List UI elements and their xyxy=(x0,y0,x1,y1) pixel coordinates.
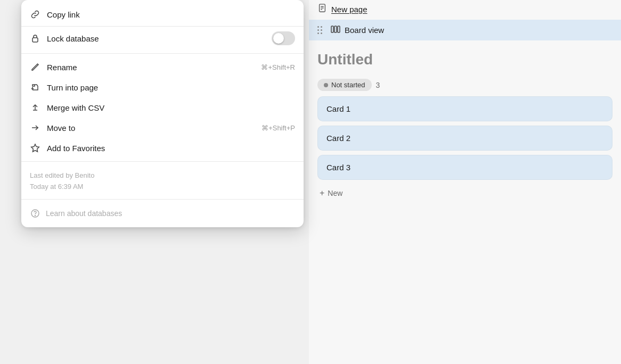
lock-database-item[interactable]: Lock database xyxy=(21,27,304,50)
link-icon xyxy=(30,9,40,20)
move-to-shortcut: ⌘+Shift+P xyxy=(262,124,295,132)
last-edited-line1: Last edited by Benito xyxy=(30,170,295,181)
turn-into-page-label: Turn into page xyxy=(47,83,295,92)
divider-2 xyxy=(21,161,304,162)
board-panel: New page Board view xyxy=(309,0,621,364)
drag-handle[interactable] xyxy=(315,24,324,36)
toggle-knob xyxy=(273,33,284,44)
board-view-row[interactable]: Board view xyxy=(309,20,621,40)
svg-rect-7 xyxy=(32,38,38,42)
copy-link-label: Copy link xyxy=(47,10,295,19)
star-icon xyxy=(30,143,40,153)
move-to-item[interactable]: Move to ⌘+Shift+P xyxy=(21,118,304,138)
status-header: Not started 3 xyxy=(317,79,612,91)
move-to-icon xyxy=(30,122,40,133)
new-page-header[interactable]: New page xyxy=(309,0,621,20)
move-to-label: Move to xyxy=(47,123,255,133)
svg-marker-11 xyxy=(31,144,39,152)
add-favorites-item[interactable]: Add to Favorites xyxy=(21,138,304,158)
card-3-label: Card 3 xyxy=(326,163,350,172)
rename-icon xyxy=(30,62,40,72)
status-group: Not started 3 Card 1 Card 2 Card 3 + New xyxy=(317,79,612,202)
lock-database-label: Lock database xyxy=(47,34,265,43)
status-count: 3 xyxy=(376,81,380,89)
svg-rect-5 xyxy=(334,26,337,32)
new-button[interactable]: + New xyxy=(317,184,612,202)
divider-1 xyxy=(21,53,304,54)
svg-rect-4 xyxy=(331,26,333,32)
rename-item[interactable]: Rename ⌘+Shift+R xyxy=(21,57,304,77)
board-view-label: Board view xyxy=(345,26,384,35)
board-view-icon xyxy=(331,24,340,36)
turn-into-page-item[interactable]: Turn into page xyxy=(21,77,304,97)
status-dot xyxy=(324,83,328,87)
add-favorites-label: Add to Favorites xyxy=(47,144,295,153)
svg-rect-6 xyxy=(338,26,340,32)
drag-dot xyxy=(317,26,319,28)
drag-dot xyxy=(321,32,322,34)
plus-icon: + xyxy=(320,188,324,198)
divider-3 xyxy=(21,199,304,200)
turn-into-icon xyxy=(30,82,40,93)
last-edited-line2: Today at 6:39 AM xyxy=(30,181,295,193)
merge-csv-label: Merge with CSV xyxy=(47,103,295,112)
new-button-label: New xyxy=(328,189,342,197)
page-icon xyxy=(317,3,327,15)
status-label: Not started xyxy=(331,81,365,89)
lock-icon xyxy=(30,33,40,44)
card-1-label: Card 1 xyxy=(326,104,350,113)
learn-databases-item[interactable]: Learn about databases xyxy=(21,203,304,223)
question-icon xyxy=(30,208,40,219)
rename-shortcut: ⌘+Shift+R xyxy=(261,63,295,71)
card-1[interactable]: Card 1 xyxy=(317,96,612,121)
board-title: Untitled xyxy=(317,49,612,70)
copy-link-item[interactable]: Copy link xyxy=(21,4,304,27)
learn-label: Learn about databases xyxy=(46,209,122,218)
drag-dot xyxy=(317,29,319,31)
drag-dot xyxy=(321,26,322,28)
merge-csv-item[interactable]: Merge with CSV xyxy=(21,97,304,118)
drag-dot xyxy=(317,32,319,34)
drag-dot xyxy=(321,29,322,31)
board-content: Untitled Not started 3 Card 1 Card 2 Car… xyxy=(309,45,621,213)
new-page-label: New page xyxy=(331,5,367,14)
svg-point-13 xyxy=(35,215,36,216)
merge-icon xyxy=(30,102,40,113)
lock-toggle[interactable] xyxy=(272,31,295,45)
card-3[interactable]: Card 3 xyxy=(317,155,612,180)
menu-footer: Last edited by Benito Today at 6:39 AM xyxy=(21,165,304,196)
status-badge[interactable]: Not started xyxy=(317,79,372,91)
rename-label: Rename xyxy=(47,63,255,72)
card-2-label: Card 2 xyxy=(326,134,350,143)
dropdown-menu: Copy link Lock database Rename ⌘+Shift+R xyxy=(21,0,304,227)
card-2[interactable]: Card 2 xyxy=(317,126,612,151)
